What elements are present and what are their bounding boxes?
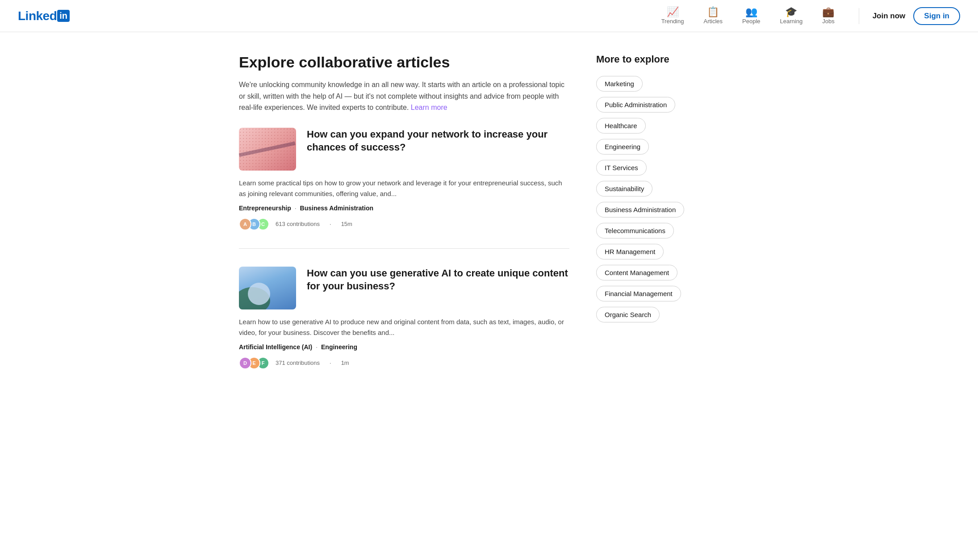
header: Linkedin 📈 Trending 📋 Articles 👥 People … <box>0 0 978 32</box>
people-icon: 👥 <box>745 7 757 17</box>
nav-articles[interactable]: 📋 Articles <box>695 4 731 27</box>
trending-icon: 📈 <box>667 7 679 17</box>
join-button[interactable]: Join now <box>865 8 914 24</box>
main-content: Explore collaborative articles We're unl… <box>221 32 757 432</box>
avatars-1: A B C <box>239 218 266 230</box>
tag-pill-10[interactable]: Financial Management <box>596 286 681 301</box>
learning-icon: 🎓 <box>785 7 797 17</box>
tag-pill-5[interactable]: Sustainability <box>596 181 652 196</box>
article-top-2: How can you use generative AI to create … <box>239 267 569 309</box>
tag-pill-0[interactable]: Marketing <box>596 76 643 92</box>
article-desc-1: Learn some practical tips on how to grow… <box>239 178 569 199</box>
nav-trending-label: Trending <box>661 18 684 25</box>
tag-business-admin[interactable]: Business Administration <box>300 205 373 212</box>
page-title: Explore collaborative articles <box>239 54 569 71</box>
left-column: Explore collaborative articles We're unl… <box>239 54 569 405</box>
contributions-1: 613 contributions <box>276 221 320 227</box>
nav-people[interactable]: 👥 People <box>734 4 768 27</box>
tag-pill-3[interactable]: Engineering <box>596 139 649 155</box>
learn-more-link[interactable]: Learn more <box>411 104 447 111</box>
article-tags-1: Entrepreneurship · Business Administrati… <box>239 205 569 212</box>
article-title-2[interactable]: How can you use generative AI to create … <box>307 267 569 309</box>
jobs-icon: 💼 <box>822 7 834 17</box>
article-card-1: How can you expand your network to incre… <box>239 128 569 249</box>
time-1: 15m <box>341 221 352 227</box>
tag-pill-2[interactable]: Healthcare <box>596 118 646 134</box>
main-nav: 📈 Trending 📋 Articles 👥 People 🎓 Learnin… <box>653 4 843 27</box>
nav-jobs-label: Jobs <box>822 18 834 25</box>
sep-1: · <box>330 221 331 227</box>
tag-pill-11[interactable]: Organic Search <box>596 307 660 322</box>
nav-trending[interactable]: 📈 Trending <box>653 4 692 27</box>
article-card-2: How can you use generative AI to create … <box>239 267 569 387</box>
logo[interactable]: Linkedin <box>18 9 70 23</box>
articles-icon: 📋 <box>707 7 719 17</box>
tag-pill-4[interactable]: IT Services <box>596 160 647 176</box>
tag-pill-7[interactable]: Telecommunications <box>596 223 674 238</box>
logo-linked: Linked <box>18 9 57 23</box>
nav-jobs[interactable]: 💼 Jobs <box>814 4 842 27</box>
sep-2: · <box>330 359 331 366</box>
nav-learning[interactable]: 🎓 Learning <box>772 4 811 27</box>
article-desc-2: Learn how to use generative AI to produc… <box>239 317 569 338</box>
signin-button[interactable]: Sign in <box>913 7 960 25</box>
nav-articles-label: Articles <box>703 18 723 25</box>
nav-divider <box>859 8 859 24</box>
tag-ai[interactable]: Artificial Intelligence (AI) <box>239 343 312 351</box>
tag-entrepreneurship[interactable]: Entrepreneurship <box>239 205 291 212</box>
article-thumb-1 <box>239 128 296 171</box>
tags-list: MarketingPublic AdministrationHealthcare… <box>596 76 739 322</box>
tag-pill-9[interactable]: Content Management <box>596 265 677 280</box>
logo-in: in <box>57 10 70 22</box>
sidebar-title: More to explore <box>596 54 739 65</box>
nav-people-label: People <box>742 18 760 25</box>
nav-learning-label: Learning <box>780 18 803 25</box>
sidebar: More to explore MarketingPublic Administ… <box>596 54 739 405</box>
article-title-1[interactable]: How can you expand your network to incre… <box>307 128 569 171</box>
page-desc: We're unlocking community knowledge in a… <box>239 79 569 113</box>
time-2: 1m <box>341 359 349 366</box>
avatar-1: A <box>239 218 251 230</box>
tag-pill-8[interactable]: HR Management <box>596 244 664 259</box>
article-thumb-2 <box>239 267 296 309</box>
tag-pill-1[interactable]: Public Administration <box>596 97 675 113</box>
avatars-2: D E F <box>239 357 266 369</box>
contributions-2: 371 contributions <box>276 359 320 366</box>
avatar-4: D <box>239 357 251 369</box>
article-tags-2: Artificial Intelligence (AI) · Engineeri… <box>239 343 569 351</box>
tag-engineering[interactable]: Engineering <box>321 343 357 351</box>
article-top-1: How can you expand your network to incre… <box>239 128 569 171</box>
article-meta-2: D E F 371 contributions · 1m <box>239 357 569 369</box>
article-meta-1: A B C 613 contributions · 15m <box>239 218 569 230</box>
tag-pill-6[interactable]: Business Administration <box>596 202 684 217</box>
